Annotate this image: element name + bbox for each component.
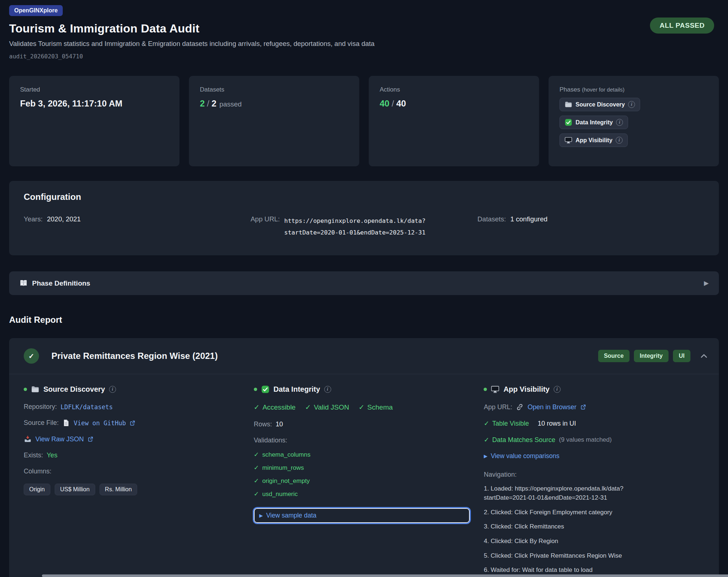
app-visibility-header: App Visibility i [484,385,704,394]
brand-badge: OpenGINXplore [9,5,63,16]
info-icon[interactable]: i [628,101,635,108]
phase-definitions-bar[interactable]: Phase Definitions ▶ [9,271,719,295]
configuration-values: Years: 2020, 2021 App URL: https://openg… [24,215,704,239]
actions-passed: 40 [380,98,390,108]
rows-count-row: Rows: 10 [254,421,470,428]
horizontal-scrollbar[interactable] [42,574,728,577]
link-icon [516,403,524,411]
navigation-step: 6. Waited for: Wait for data table to lo… [484,566,658,575]
phase-pill-source-discovery[interactable]: Source Discovery i [559,98,640,111]
view-sample-data-link[interactable]: ▶ View sample data [259,512,465,519]
external-link-icon [580,404,586,410]
navigation-step: 5. Clicked: Click Private Remittances Re… [484,551,658,561]
check-valid-json: ✓Valid JSON [305,403,349,411]
phase-pill-app-visibility[interactable]: App Visibility i [559,133,628,147]
rows-label: Rows: [254,421,272,428]
pass-check-icon: ✓ [24,348,39,364]
navigation-list: 1. Loaded: https://openginxplore.opendat… [484,484,704,574]
check-icon: ✓ [484,436,489,444]
info-icon[interactable]: i [324,386,331,393]
expand-arrow-icon[interactable]: ▶ [704,279,709,287]
config-app-url: App URL: https://openginxplore.opendata.… [251,215,477,239]
validations-label-row: Validations: [254,437,470,444]
separator: / [205,98,212,108]
info-icon[interactable]: i [616,119,623,126]
view-value-comparisons-link[interactable]: ▶ View value comparisons [484,452,704,460]
badge-integrity: Integrity [634,350,669,362]
app-visibility-column: App Visibility i App URL: Open in Browse… [484,385,704,577]
expand-arrow-icon: ▶ [484,453,487,459]
rows-in-ui: 10 rows in UI [538,420,576,427]
info-icon[interactable]: i [554,386,561,393]
configuration-section: Configuration Years: 2020, 2021 App URL:… [9,181,719,255]
stat-value-started: Feb 3, 2026, 11:17:10 AM [20,98,169,109]
info-icon[interactable]: i [616,137,623,144]
years-label: Years: [24,215,43,223]
phase-definitions-label: Phase Definitions [32,279,90,287]
expand-arrow-icon: ▶ [259,513,263,518]
badge-source: Source [598,350,630,362]
app-url-label: App URL: [484,403,512,411]
datasets-total: 2 [212,98,216,108]
stat-card-actions: Actions 40/40 [369,76,539,166]
datasets-value: 1 configured [510,215,547,223]
source-discovery-column: Source Discovery i Repository: LDFLK/dat… [24,385,240,577]
navigation-step: 1. Loaded: https://openginxplore.opendat… [484,484,658,502]
info-icon[interactable]: i [109,386,116,393]
repository-link[interactable]: LDFLK/datasets [61,403,113,411]
dataset-badges: Source Integrity UI [598,350,708,362]
monitor-icon [491,385,499,394]
stat-label: Actions [380,86,528,93]
rows-value: 10 [276,421,283,428]
datasets-suffix: passed [219,100,241,108]
stat-card-datasets: Datasets 2/2passed [189,76,359,166]
phase-pill-label: Data Integrity [576,119,613,126]
datasets-label: Datasets: [477,215,506,223]
separator: / [390,98,396,108]
source-discovery-header: Source Discovery i [24,385,240,394]
stat-value-actions: 40/40 [380,98,528,109]
navigation-step: 4. Clicked: Click By Region [484,537,658,546]
app-url-label: App URL: [251,215,280,223]
table-visible-row: ✓Table Visible 10 rows in UI [484,419,704,427]
validation-item: ✓schema_columns [254,451,470,458]
validation-item: ✓origin_not_empty [254,477,470,485]
datasets-passed: 2 [200,98,205,108]
phase-pill-data-integrity[interactable]: Data Integrity i [559,116,628,129]
open-in-browser-link[interactable]: Open in Browser [527,403,576,411]
config-datasets: Datasets: 1 configured [477,215,704,239]
check-icon: ✓ [305,403,311,411]
dataset-report-header[interactable]: ✓ Private Remittances Region Wise (2021)… [9,338,719,374]
page-icon [62,419,70,427]
view-sample-data-expander[interactable]: ▶ View sample data [254,508,470,523]
data-matches-row: ✓Data Matches Source (9 values matched) [484,436,704,444]
repository-label: Repository: [24,403,57,411]
phase-pill-label: App Visibility [576,137,612,144]
exists-row: Exists: Yes [24,452,240,459]
collapse-chevron-icon[interactable] [700,352,708,360]
view-on-github-link[interactable]: View on GitHub [74,419,126,427]
navigation-step: 3. Clicked: Click Remittances [484,522,658,531]
matches-note: (9 values matched) [559,436,612,444]
exists-label: Exists: [24,452,43,459]
page-subtitle: Validates Tourism statistics and Immigra… [9,40,719,48]
app-url-row: App URL: Open in Browser [484,403,704,411]
column-chip: Origin [24,484,50,495]
stat-card-phases: Phases (hover for details) Source Discov… [549,76,719,166]
page: OpenGINXplore Tourism & Immigration Data… [0,0,728,577]
book-icon [19,279,28,287]
actions-total: 40 [396,98,406,108]
check-icon: ✓ [484,419,489,427]
dataset-title: Private Remittances Region Wise (2021) [51,351,218,361]
navigation-label: Navigation: [484,471,704,479]
dataset-report-card: ✓ Private Remittances Region Wise (2021)… [9,338,719,577]
repository-row: Repository: LDFLK/datasets [24,403,240,411]
phase-pill-label: Source Discovery [576,101,625,108]
stats-row: Started Feb 3, 2026, 11:17:10 AM Dataset… [9,76,719,166]
check-schema: ✓Schema [359,403,393,411]
configuration-heading: Configuration [24,192,704,202]
check-icon: ✓ [254,403,260,411]
check-icon: ✓ [254,490,259,498]
view-raw-json-link[interactable]: View Raw JSON [35,435,84,443]
columns-label-row: Columns: [24,468,240,475]
